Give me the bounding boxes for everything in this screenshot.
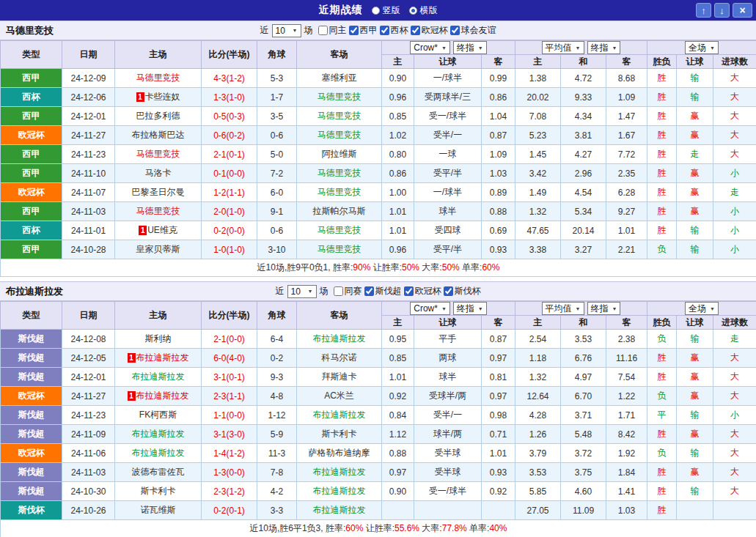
- checkbox-input[interactable]: [444, 286, 453, 296]
- away-team-name[interactable]: 拉斯帕尔马斯: [313, 206, 366, 216]
- home-team-name[interactable]: 马德里竞技: [136, 206, 180, 216]
- home-team-name[interactable]: 皇家贝蒂斯: [136, 244, 180, 254]
- filter-checkbox[interactable]: 球会友谊: [450, 24, 496, 37]
- chevron-down-icon: ▼: [576, 306, 581, 311]
- away-team-cell: 马德里竞技: [297, 107, 382, 126]
- away-team-name[interactable]: 马德里竞技: [318, 187, 362, 197]
- odds-source-select[interactable]: Crow*▼: [410, 41, 450, 54]
- move-down-button[interactable]: ↓: [714, 3, 730, 18]
- view-radio-vertical[interactable]: 竖版: [372, 4, 400, 17]
- checkbox-input[interactable]: [404, 286, 414, 296]
- avg-home-odds: 3.53: [515, 463, 561, 482]
- filter-checkbox[interactable]: 同赛: [334, 285, 362, 297]
- odds-source-select[interactable]: Crow*▼: [410, 302, 450, 315]
- filter-checkbox[interactable]: 同主: [318, 24, 347, 37]
- checkbox-input[interactable]: [380, 26, 389, 35]
- home-team-name[interactable]: 马德里竞技: [136, 73, 180, 83]
- filter-checkbox[interactable]: 欧冠杯: [404, 285, 441, 297]
- away-team-name[interactable]: AC米兰: [324, 390, 354, 401]
- home-team-name[interactable]: 马洛卡: [145, 168, 172, 178]
- avg-home-odds: 1.38: [515, 69, 561, 88]
- home-team-name[interactable]: 斯利纳: [145, 333, 172, 344]
- home-team-name[interactable]: 布拉迪斯拉发: [136, 352, 189, 363]
- away-team-name[interactable]: 马德里竞技: [318, 92, 362, 102]
- corner-score: 5-9: [257, 425, 297, 444]
- view-radio-horizontal[interactable]: 横版: [409, 4, 438, 17]
- away-team-name[interactable]: 马德里竞技: [318, 225, 362, 235]
- odds-time-select[interactable]: 终指▼: [453, 41, 487, 54]
- section-header: 布拉迪斯拉发 近 10 ▼ 场 同赛斯伐超欧冠杯斯伐杯: [0, 281, 756, 301]
- away-team-name[interactable]: 马德里竞技: [318, 130, 362, 140]
- home-team-name[interactable]: 布拉迪斯拉发: [132, 371, 185, 382]
- away-team-name[interactable]: 布拉迪斯拉发: [313, 505, 366, 515]
- checkbox-input[interactable]: [450, 26, 460, 35]
- odds-time-select[interactable]: 终指▼: [453, 302, 487, 315]
- close-button[interactable]: ×: [733, 3, 752, 18]
- team-name[interactable]: 布拉迪斯拉发: [6, 285, 63, 298]
- average-time-select[interactable]: 终指▼: [587, 41, 621, 54]
- checkbox-input[interactable]: [411, 26, 420, 35]
- corner-score: 6-4: [257, 330, 297, 349]
- home-team-name[interactable]: UE维克: [147, 225, 177, 235]
- home-team-name[interactable]: 布拉迪斯拉发: [132, 429, 185, 439]
- away-team-name[interactable]: 斯卡利卡: [322, 429, 357, 439]
- away-team-name[interactable]: 马德里竞技: [318, 244, 362, 254]
- move-up-button[interactable]: ↑: [696, 3, 711, 18]
- competition-badge: 西杯: [1, 88, 62, 107]
- home-team-name[interactable]: 巴拉多利德: [136, 111, 180, 121]
- average-select[interactable]: 平均值▼: [542, 302, 584, 315]
- goals-result: 大: [713, 368, 756, 387]
- corner-score: 4-8: [257, 387, 297, 406]
- away-team-cell: 马德里竞技: [297, 183, 382, 202]
- away-team-name[interactable]: 塞维利亚: [322, 73, 357, 83]
- checkbox-input[interactable]: [364, 286, 374, 296]
- home-team-name[interactable]: 布拉格斯巴达: [132, 130, 185, 140]
- avg-away-odds: 6.28: [606, 183, 647, 202]
- filter-checkbox[interactable]: 斯伐杯: [444, 285, 481, 297]
- recent-count-select[interactable]: 10 ▼: [272, 24, 301, 37]
- home-team-name[interactable]: 布拉迪斯拉发: [136, 390, 189, 401]
- away-team-name[interactable]: 布拉迪斯拉发: [313, 410, 366, 420]
- filter-checkbox[interactable]: 西杯: [380, 24, 408, 37]
- average-time-select[interactable]: 终指▼: [587, 302, 621, 315]
- away-team-name[interactable]: 萨格勒布迪纳摩: [309, 448, 370, 458]
- home-team-name[interactable]: 布拉迪斯拉发: [132, 448, 185, 458]
- away-team-name[interactable]: 阿拉维斯: [322, 149, 357, 159]
- handicap-group-header: Crow*▼ 终指▼: [382, 41, 515, 55]
- away-team-name[interactable]: 拜斯迪卡: [322, 371, 357, 382]
- home-team-name[interactable]: 波德布雷佐瓦: [132, 467, 185, 477]
- recent-count-select[interactable]: 10 ▼: [287, 285, 317, 298]
- away-team-name[interactable]: 布拉迪斯拉发: [313, 467, 366, 477]
- home-team-name[interactable]: 卡些连奴: [145, 92, 180, 102]
- away-team-name[interactable]: 布拉迪斯拉发: [313, 333, 366, 344]
- team-name[interactable]: 马德里竞技: [6, 24, 54, 37]
- avg-home-odds: 47.65: [515, 221, 561, 240]
- win-loss-result: 胜: [647, 126, 677, 145]
- checkbox-input[interactable]: [349, 26, 359, 35]
- scope-select[interactable]: 全场▼: [685, 41, 719, 54]
- win-loss-result: 负: [647, 240, 677, 259]
- home-team-cell: 1卡些连奴: [115, 88, 202, 107]
- home-odds: 0.96: [382, 88, 414, 107]
- home-team-name[interactable]: 斯卡利卡: [141, 486, 176, 496]
- filter-checkbox[interactable]: 欧冠杯: [411, 24, 448, 37]
- filter-checkbox[interactable]: 西甲: [349, 24, 378, 37]
- match-row: 西甲24-12-01巴拉多利德0-5(0-3)3-5马德里竞技0.85受一/球半…: [1, 107, 756, 126]
- away-team-name[interactable]: 马德里竞技: [318, 111, 362, 121]
- away-team-name[interactable]: 马德里竞技: [318, 168, 362, 178]
- checkbox-input[interactable]: [334, 286, 343, 296]
- home-team-name[interactable]: 诺瓦维斯: [141, 505, 176, 515]
- away-team-name[interactable]: 科马尔诺: [322, 352, 357, 363]
- filter-checkbox[interactable]: 斯伐超: [364, 285, 402, 297]
- home-team-name[interactable]: FK柯西斯: [139, 410, 177, 420]
- away-odds: 0.92: [482, 482, 515, 501]
- scope-select[interactable]: 全场▼: [685, 302, 719, 315]
- away-team-cell: AC米兰: [297, 387, 382, 406]
- away-team-name[interactable]: 布拉迪斯拉发: [313, 486, 366, 496]
- average-select[interactable]: 平均值▼: [542, 41, 584, 54]
- home-team-name[interactable]: 巴黎圣日尔曼: [132, 187, 185, 197]
- win-loss-result: 胜: [647, 164, 677, 183]
- checkbox-input[interactable]: [318, 26, 328, 35]
- handicap-line: 受球半/两: [414, 387, 482, 406]
- home-team-name[interactable]: 马德里竞技: [136, 149, 180, 159]
